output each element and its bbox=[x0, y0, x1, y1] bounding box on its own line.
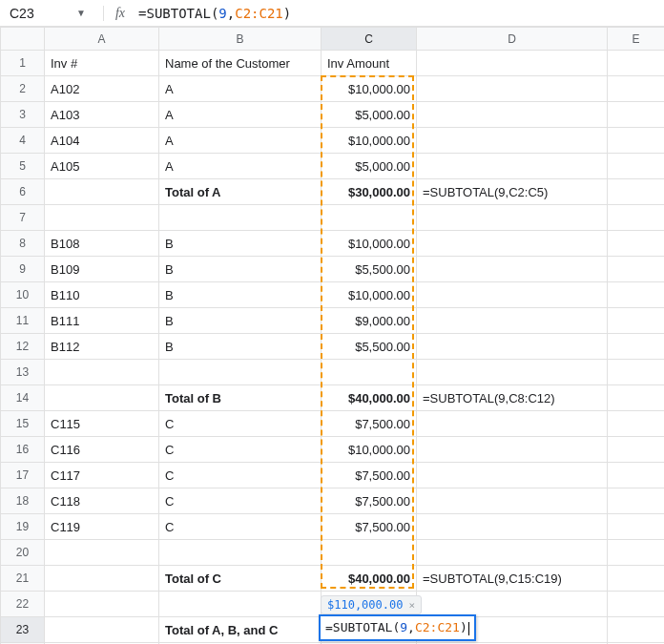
cell-B14[interactable]: Total of B bbox=[159, 385, 322, 411]
row-header[interactable]: 7 bbox=[1, 205, 45, 231]
cell-B8[interactable]: B bbox=[159, 231, 322, 257]
cell-C4[interactable]: $10,000.00 bbox=[322, 128, 417, 154]
cell-E6[interactable] bbox=[608, 179, 665, 205]
row-header[interactable]: 10 bbox=[1, 282, 45, 308]
col-header-E[interactable]: E bbox=[608, 28, 665, 51]
cell-B13[interactable] bbox=[159, 360, 322, 385]
formula-bar-input[interactable]: =SUBTOTAL(9,C2:C21) bbox=[138, 6, 658, 21]
cell-D20[interactable] bbox=[417, 540, 608, 566]
cell-E4[interactable] bbox=[608, 128, 665, 154]
row-header[interactable]: 22 bbox=[1, 592, 45, 617]
cell-D8[interactable] bbox=[417, 231, 608, 257]
cell-A18[interactable]: C118 bbox=[45, 488, 159, 514]
cell-D18[interactable] bbox=[417, 488, 608, 514]
cell-C7[interactable] bbox=[322, 205, 417, 231]
cell-E17[interactable] bbox=[608, 463, 665, 488]
cell-C18[interactable]: $7,500.00 bbox=[322, 488, 417, 514]
cell-B15[interactable]: C bbox=[159, 411, 322, 437]
cell-B2[interactable]: A bbox=[159, 76, 322, 102]
cell-C9[interactable]: $5,500.00 bbox=[322, 257, 417, 282]
cell-B18[interactable]: C bbox=[159, 488, 322, 514]
row-header[interactable]: 6 bbox=[1, 179, 45, 205]
cell-C3[interactable]: $5,000.00 bbox=[322, 102, 417, 128]
cell-E11[interactable] bbox=[608, 308, 665, 334]
cell-E1[interactable] bbox=[608, 51, 665, 76]
cell-E3[interactable] bbox=[608, 102, 665, 128]
cell-D21[interactable]: =SUBTOTAL(9,C15:C19) bbox=[417, 566, 608, 592]
cell-A8[interactable]: B108 bbox=[45, 231, 159, 257]
cell-D13[interactable] bbox=[417, 360, 608, 385]
cell-D1[interactable] bbox=[417, 51, 608, 76]
cell-A5[interactable]: A105 bbox=[45, 154, 159, 179]
cell-B9[interactable]: B bbox=[159, 257, 322, 282]
cell-E15[interactable] bbox=[608, 411, 665, 437]
cell-A17[interactable]: C117 bbox=[45, 463, 159, 488]
cell-E9[interactable] bbox=[608, 257, 665, 282]
cell-D22[interactable] bbox=[417, 592, 608, 617]
row-header[interactable]: 18 bbox=[1, 488, 45, 514]
cell-A16[interactable]: C116 bbox=[45, 437, 159, 463]
cell-D11[interactable] bbox=[417, 308, 608, 334]
cell-D19[interactable] bbox=[417, 514, 608, 540]
cell-A13[interactable] bbox=[45, 360, 159, 385]
cell-B19[interactable]: C bbox=[159, 514, 322, 540]
cell-B22[interactable] bbox=[159, 592, 322, 617]
row-header[interactable]: 11 bbox=[1, 308, 45, 334]
cell-A20[interactable] bbox=[45, 540, 159, 566]
row-header[interactable]: 4 bbox=[1, 128, 45, 154]
cell-E21[interactable] bbox=[608, 566, 665, 592]
cell-A19[interactable]: C119 bbox=[45, 514, 159, 540]
row-header[interactable]: 13 bbox=[1, 360, 45, 385]
cell-B21[interactable]: Total of C bbox=[159, 566, 322, 592]
cell-D14[interactable]: =SUBTOTAL(9,C8:C12) bbox=[417, 385, 608, 411]
cell-B3[interactable]: A bbox=[159, 102, 322, 128]
close-icon[interactable]: × bbox=[408, 599, 415, 612]
cell-C17[interactable]: $7,500.00 bbox=[322, 463, 417, 488]
cell-C5[interactable]: $5,000.00 bbox=[322, 154, 417, 179]
cell-A23[interactable] bbox=[45, 617, 159, 643]
cell-A10[interactable]: B110 bbox=[45, 282, 159, 308]
cell-A7[interactable] bbox=[45, 205, 159, 231]
cell-D3[interactable] bbox=[417, 102, 608, 128]
cell-E13[interactable] bbox=[608, 360, 665, 385]
cell-D12[interactable] bbox=[417, 334, 608, 360]
cell-B10[interactable]: B bbox=[159, 282, 322, 308]
cell-C2[interactable]: $10,000.00 bbox=[322, 76, 417, 102]
row-header[interactable]: 15 bbox=[1, 411, 45, 437]
cell-E7[interactable] bbox=[608, 205, 665, 231]
row-header[interactable]: 2 bbox=[1, 76, 45, 102]
cell-A12[interactable]: B112 bbox=[45, 334, 159, 360]
cell-E22[interactable] bbox=[608, 592, 665, 617]
cell-E18[interactable] bbox=[608, 488, 665, 514]
cell-A22[interactable] bbox=[45, 592, 159, 617]
cell-C11[interactable]: $9,000.00 bbox=[322, 308, 417, 334]
cell-B20[interactable] bbox=[159, 540, 322, 566]
col-header-A[interactable]: A bbox=[45, 28, 159, 51]
cell-C21[interactable]: $40,000.00 bbox=[322, 566, 417, 592]
name-box-dropdown-icon[interactable]: ▼ bbox=[76, 8, 86, 18]
select-all-corner[interactable] bbox=[1, 28, 45, 51]
name-box[interactable]: C23 bbox=[6, 4, 73, 23]
cell-A15[interactable]: C115 bbox=[45, 411, 159, 437]
cell-D10[interactable] bbox=[417, 282, 608, 308]
row-header[interactable]: 3 bbox=[1, 102, 45, 128]
row-header[interactable]: 20 bbox=[1, 540, 45, 566]
row-header[interactable]: 12 bbox=[1, 334, 45, 360]
cell-A3[interactable]: A103 bbox=[45, 102, 159, 128]
row-header[interactable]: 14 bbox=[1, 385, 45, 411]
cell-E2[interactable] bbox=[608, 76, 665, 102]
cell-A2[interactable]: A102 bbox=[45, 76, 159, 102]
row-header[interactable]: 9 bbox=[1, 257, 45, 282]
cell-E20[interactable] bbox=[608, 540, 665, 566]
active-cell-editor[interactable]: =SUBTOTAL(9,C2:C21) bbox=[319, 614, 476, 641]
cell-D4[interactable] bbox=[417, 128, 608, 154]
cell-C1[interactable]: Inv Amount bbox=[322, 51, 417, 76]
cell-C19[interactable]: $7,500.00 bbox=[322, 514, 417, 540]
cell-E19[interactable] bbox=[608, 514, 665, 540]
cell-E8[interactable] bbox=[608, 231, 665, 257]
row-header[interactable]: 1 bbox=[1, 51, 45, 76]
cell-D9[interactable] bbox=[417, 257, 608, 282]
cell-D7[interactable] bbox=[417, 205, 608, 231]
row-header[interactable]: 19 bbox=[1, 514, 45, 540]
cell-C13[interactable] bbox=[322, 360, 417, 385]
